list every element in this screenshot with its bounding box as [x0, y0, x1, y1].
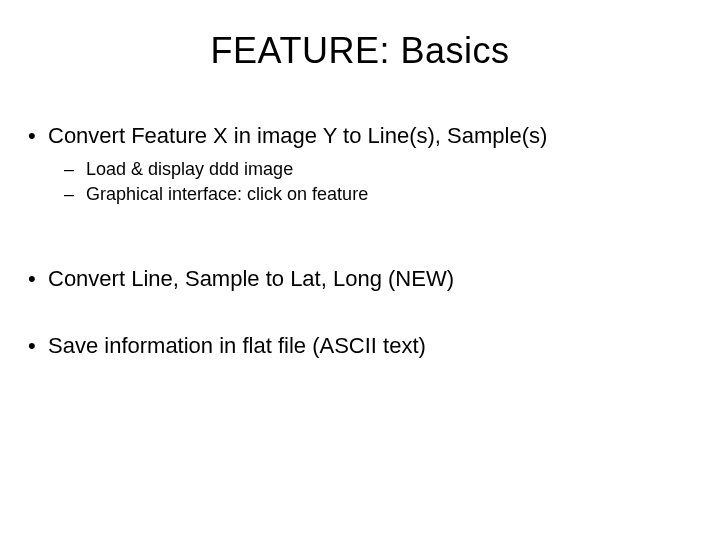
sub-item-1-1: Load & display ddd image	[86, 157, 700, 182]
bullet-item-2: Convert Line, Sample to Lat, Long (NEW)	[48, 265, 700, 294]
bullet-item-1-text: Convert Feature X in image Y to Line(s),…	[48, 123, 547, 148]
bullet-list: Convert Feature X in image Y to Line(s),…	[20, 122, 700, 207]
bullet-list-2: Convert Line, Sample to Lat, Long (NEW)	[20, 265, 700, 294]
sub-list-1: Load & display ddd image Graphical inter…	[48, 157, 700, 207]
spacer	[20, 237, 700, 265]
sub-item-1-2: Graphical interface: click on feature	[86, 182, 700, 207]
slide-title: FEATURE: Basics	[20, 30, 700, 72]
bullet-list-3: Save information in flat file (ASCII tex…	[20, 332, 700, 361]
bullet-item-3: Save information in flat file (ASCII tex…	[48, 332, 700, 361]
bullet-item-1: Convert Feature X in image Y to Line(s),…	[48, 122, 700, 207]
spacer	[20, 304, 700, 332]
